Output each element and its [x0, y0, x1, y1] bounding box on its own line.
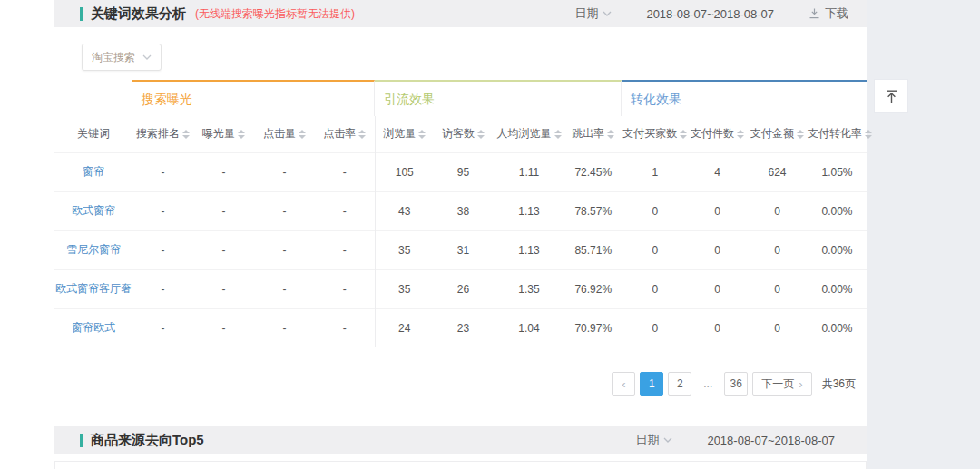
table-cell: -	[193, 308, 254, 347]
keyword-link[interactable]: 欧式窗帘	[72, 204, 115, 217]
table-cell: 35	[375, 269, 434, 308]
table-cell: 31	[434, 230, 493, 269]
column-header: 关键词	[54, 116, 132, 152]
column-header-label: 支付件数	[691, 126, 734, 142]
back-to-top-button[interactable]	[874, 79, 908, 113]
group-spacer	[54, 80, 132, 116]
source-section-header: 商品来源去向Top5 日期 2018-08-07~2018-08-07	[54, 426, 867, 454]
column-header[interactable]: 搜索排名	[132, 116, 193, 152]
table-cell: -	[132, 230, 193, 269]
table-cell: 1.13	[493, 191, 565, 230]
table-cell: 23	[434, 308, 493, 347]
table-cell: -	[193, 191, 254, 230]
table-cell: -	[254, 230, 315, 269]
date-range-value: 2018-08-07~2018-08-07	[646, 7, 774, 21]
download-button[interactable]: 下载	[808, 5, 848, 22]
table-cell: 70.97%	[565, 308, 622, 347]
keyword-link[interactable]: 雪尼尔窗帘	[66, 243, 121, 256]
group-search-exposure: 搜索曝光	[132, 80, 375, 116]
table-cell: 0	[622, 191, 688, 230]
chevron-down-icon	[603, 11, 612, 16]
column-group-row: 搜索曝光 引流效果 转化效果	[54, 80, 867, 116]
page-button[interactable]: 36	[724, 372, 748, 396]
chevron-down-icon	[142, 54, 152, 60]
keyword-link[interactable]: 窗帘	[83, 165, 104, 178]
table-cell: 0	[688, 191, 747, 230]
sort-arrows-icon[interactable]	[680, 130, 687, 139]
table-cell: 43	[375, 191, 434, 230]
table-cell: -	[132, 191, 193, 230]
column-header[interactable]: 人均浏览量	[493, 116, 565, 152]
column-header[interactable]: 支付买家数	[622, 116, 688, 152]
pagination: ‹12...36下一页›共36页	[54, 372, 867, 396]
keyword-link[interactable]: 窗帘欧式	[72, 321, 115, 334]
column-header[interactable]: 支付转化率	[808, 116, 867, 152]
table-cell: -	[254, 308, 315, 347]
sort-arrows-icon[interactable]	[737, 130, 744, 139]
channel-select-value: 淘宝搜索	[92, 50, 135, 65]
table-row: 欧式窗帘客厅奢----35261.3576.92%0000.00%	[54, 269, 867, 308]
sort-arrows-icon[interactable]	[607, 130, 614, 139]
column-header[interactable]: 点击量	[254, 116, 315, 152]
table-cell: -	[315, 308, 375, 347]
column-header-label: 点击率	[323, 126, 356, 142]
table-row: 欧式窗帘----43381.1378.57%0000.00%	[54, 191, 867, 230]
sort-arrows-icon[interactable]	[238, 130, 245, 139]
table-cell: 0	[747, 269, 808, 308]
sort-arrows-icon[interactable]	[299, 130, 306, 139]
date-filter-dropdown[interactable]: 日期	[635, 432, 672, 448]
column-header[interactable]: 跳出率	[565, 116, 622, 152]
right-rail	[867, 0, 980, 469]
table-cell: 72.45%	[565, 152, 622, 191]
sort-arrows-icon[interactable]	[865, 130, 872, 139]
column-header[interactable]: 曝光量	[193, 116, 254, 152]
column-header-label: 支付转化率	[808, 126, 862, 142]
table-cell: -	[132, 152, 193, 191]
table-cell: 95	[434, 152, 493, 191]
page-button[interactable]: 1	[640, 372, 663, 396]
accent-bar	[80, 434, 83, 447]
sort-arrows-icon[interactable]	[182, 130, 190, 139]
group-conversion-effect: 转化效果	[622, 80, 867, 116]
keyword-link[interactable]: 欧式窗帘客厅奢	[55, 282, 132, 295]
prev-page-button[interactable]: ‹	[612, 372, 635, 396]
sort-arrows-icon[interactable]	[477, 130, 485, 139]
table-cell: 1.11	[493, 152, 565, 191]
sort-arrows-icon[interactable]	[797, 130, 804, 139]
download-icon	[808, 8, 820, 19]
column-header[interactable]: 支付金额	[747, 116, 808, 152]
channel-select[interactable]: 淘宝搜索	[82, 44, 162, 71]
table-cell: 26	[434, 269, 493, 308]
next-page-button[interactable]: 下一页›	[752, 372, 811, 396]
column-header[interactable]: 访客数	[434, 116, 493, 152]
table-cell: 0.00%	[808, 230, 867, 269]
table-cell: 1	[622, 152, 688, 191]
table-cell: 0	[688, 269, 747, 308]
table-cell: 0	[747, 308, 808, 347]
sort-arrows-icon[interactable]	[418, 130, 426, 139]
table-row: 雪尼尔窗帘----35311.1385.71%0000.00%	[54, 230, 867, 269]
sort-arrows-icon[interactable]	[358, 130, 366, 139]
column-header-label: 支付买家数	[622, 126, 677, 142]
section-title: 商品来源去向Top5	[91, 432, 204, 449]
page-button[interactable]: 2	[668, 372, 691, 396]
table-cell: 24	[375, 308, 434, 347]
sort-arrows-icon[interactable]	[554, 130, 562, 139]
back-to-top-icon	[884, 89, 899, 104]
header-controls: 日期 2018-08-07~2018-08-07	[635, 432, 835, 448]
table-cell: 0	[747, 191, 808, 230]
next-page-label: 下一页	[761, 376, 794, 392]
column-header[interactable]: 浏览量	[375, 116, 434, 152]
table-cell: 0.00%	[808, 269, 867, 308]
column-header[interactable]: 支付件数	[688, 116, 747, 152]
table-cell: 0	[747, 230, 808, 269]
table-cell: 0	[622, 308, 688, 347]
date-range-value: 2018-08-07~2018-08-07	[707, 434, 835, 447]
column-header-label: 曝光量	[202, 126, 235, 142]
table-cell: 35	[375, 230, 434, 269]
date-filter-label: 日期	[635, 432, 659, 448]
column-header-label: 访客数	[442, 126, 475, 142]
column-header[interactable]: 点击率	[315, 116, 375, 152]
table-cell: 1.13	[493, 230, 565, 269]
date-filter-dropdown[interactable]: 日期	[574, 5, 612, 22]
